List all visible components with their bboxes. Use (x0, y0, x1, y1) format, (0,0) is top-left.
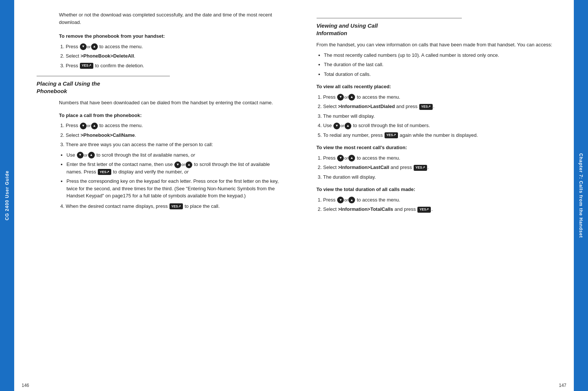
scroll-btn-v2: ▲ (345, 123, 351, 129)
bullet-first-letter: Enter the first letter of the contact na… (66, 161, 279, 175)
step-dur-3: The duration will display. (323, 173, 559, 181)
yes-btn-v2: YES↗ (419, 104, 433, 110)
place-call-step4-list: When the desired contact name displays, … (66, 203, 279, 210)
access-bullet-3: Total duration of calls. (324, 71, 559, 78)
step-dur-2: Select >Information>LastCall and press Y… (323, 164, 559, 171)
left-column: Whether or not the download was complete… (14, 0, 294, 380)
right-sidebar-label: Chapter 7: Calls from the Handset (578, 153, 584, 238)
remove-phonebook-title: To remove the phonebook from your handse… (59, 33, 279, 40)
step-place-1: Press ▼or▲ to access the menu. (66, 122, 279, 129)
placing-call-intro: Numbers that have been downloaded can be… (59, 99, 279, 107)
view-all-calls-title: To view all calls recently placed: (317, 83, 559, 90)
main-content: Whether or not the download was complete… (14, 0, 574, 391)
viewing-intro: From the handset, you can view informati… (317, 41, 559, 49)
view-all-calls-steps: Press ▼or▲ to access the menu. Select >I… (323, 93, 559, 139)
step-view-1: Press ▼or▲ to access the menu. (323, 93, 559, 101)
step-remove-3: Press YES↗ to confirm the deletion. (66, 62, 279, 70)
nav-btn-d1a: ▼ (337, 155, 344, 161)
nav-btn-1a: ▼ (80, 123, 87, 129)
yes-btn-t2: YES↗ (417, 207, 431, 213)
scroll-btn-d: ▲ (186, 161, 192, 168)
step-place-3: There are three ways you can access the … (66, 141, 279, 148)
step-view-5: To redial any number, press YES↗ again w… (323, 132, 559, 139)
step-view-2: Select >Information>LastDialed and press… (323, 103, 559, 110)
page-number-left: 146 (22, 383, 29, 388)
placing-call-body: Numbers that have been downloaded can be… (59, 99, 279, 210)
step-place-4: When the desired contact name displays, … (66, 203, 279, 210)
access-bullets: The most recently called numbers (up to … (324, 52, 559, 78)
remove-phonebook-steps: Press ▼or▲ to access the menu. Select >P… (66, 43, 279, 70)
left-sidebar: CG 2400 User Guide (0, 0, 14, 391)
yes-btn-v5: YES↗ (385, 132, 398, 138)
place-call-steps: Press ▼or▲ to access the menu. Select >P… (66, 122, 279, 148)
divider-1 (37, 76, 170, 76)
step-total-2: Select >Information>TotalCalls and press… (323, 206, 559, 213)
step-view-4: Use ▼or▲ to scroll through the list of n… (323, 122, 559, 129)
yes-button-icon: YES↗ (80, 63, 93, 69)
step-remove-1: Press ▼or▲ to access the menu. (66, 43, 279, 50)
viewing-title: Viewing and Using CallInformation (317, 22, 559, 37)
view-recent-duration-title: To view the most recent call's duration: (317, 144, 559, 151)
placing-call-section: Placing a Call Using thePhonebook Number… (37, 80, 279, 210)
scroll-btn-c: ▼ (174, 161, 181, 168)
step-remove-2: Select >PhoneBook>DeleteAll. (66, 52, 279, 60)
nav-btn-d1b: ▲ (348, 155, 355, 161)
nav-btn-v1b: ▲ (348, 94, 355, 101)
yes-btn-d2: YES↗ (414, 165, 427, 171)
divider-right-top (317, 18, 462, 18)
step-view-3: The number will display. (323, 113, 559, 120)
access-bullet-1: The most recently called numbers (up to … (324, 52, 559, 59)
bullet-scroll: Use ▼or▲ to scroll through the list of a… (66, 151, 279, 159)
place-call-bullets: Use ▼or▲ to scroll through the list of a… (66, 151, 279, 200)
right-column: Viewing and Using CallInformation From t… (294, 0, 574, 380)
nav-btn-v1a: ▼ (337, 94, 344, 101)
step-place-2: Select >Phonebook>CallName. (66, 132, 279, 139)
scroll-btn-a: ▼ (77, 152, 84, 158)
menu-btn-down: ▼ (80, 43, 87, 50)
scroll-btn-b: ▲ (88, 152, 95, 158)
intro-paragraph: Whether or not the download was complete… (59, 11, 279, 26)
remove-phonebook-section: To remove the phonebook from your handse… (59, 33, 279, 69)
columns: Whether or not the download was complete… (14, 0, 574, 380)
step-total-1: Press ▼or▲ to access the menu. (323, 196, 559, 204)
yes-btn-2: YES↗ (98, 169, 111, 175)
right-sidebar: Chapter 7: Calls from the Handset (574, 0, 588, 391)
menu-btn-up: ▲ (91, 43, 98, 50)
access-bullet-2: The duration of the last call. (324, 61, 559, 68)
nav-btn-t1a: ▼ (337, 197, 344, 203)
scroll-btn-v1: ▼ (333, 123, 340, 129)
page-number-right: 147 (559, 383, 566, 388)
nav-btn-1b: ▲ (91, 123, 98, 129)
place-call-title: To place a call from the phonebook: (59, 112, 279, 119)
nav-btn-t1b: ▲ (348, 197, 355, 203)
left-sidebar-label: CG 2400 User Guide (4, 170, 10, 220)
bullet-keypad: Press the corresponding key on the keypa… (66, 178, 279, 200)
step-dur-1: Press ▼or▲ to access the menu. (323, 154, 559, 162)
view-recent-duration-steps: Press ▼or▲ to access the menu. Select >I… (323, 154, 559, 181)
page-numbers: 146 147 (14, 380, 574, 391)
placing-call-title: Placing a Call Using thePhonebook (37, 80, 279, 95)
view-total-duration-title: To view the total duration of all calls … (317, 186, 559, 193)
yes-btn-3: YES↗ (169, 203, 183, 209)
view-total-duration-steps: Press ▼or▲ to access the menu. Select >I… (323, 196, 559, 213)
